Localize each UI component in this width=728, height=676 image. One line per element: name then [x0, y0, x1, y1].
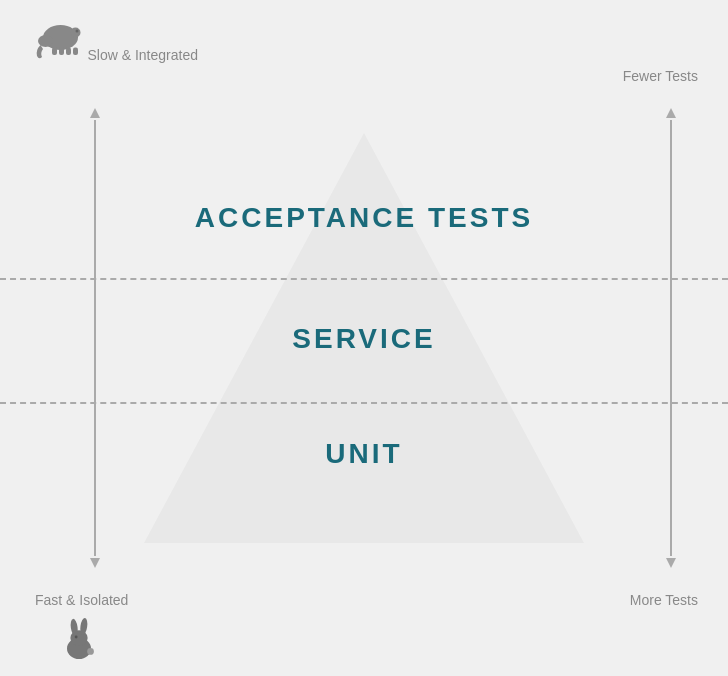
unit-text: UNIT — [325, 438, 402, 469]
service-text: SERVICE — [292, 323, 435, 354]
fewer-tests-label: Fewer Tests — [623, 68, 698, 84]
fast-isolated-text: Fast & Isolated — [35, 592, 128, 608]
main-container: Slow & Integrated Fewer Tests Fast & Iso… — [0, 0, 728, 676]
svg-rect-6 — [73, 48, 78, 56]
svg-rect-4 — [59, 48, 64, 56]
slow-integrated-label: Slow & Integrated — [33, 20, 198, 64]
arrow-down-right-icon — [666, 558, 676, 568]
svg-point-8 — [76, 30, 79, 33]
svg-rect-5 — [66, 48, 71, 56]
dashed-line-acceptance-service — [0, 278, 728, 280]
unit-label: UNIT — [325, 438, 402, 470]
arrow-line — [94, 120, 96, 556]
acceptance-tests-label: ACCEPTANCE TESTS — [195, 202, 533, 234]
rabbit-icon — [55, 614, 103, 662]
left-axis-arrow — [90, 108, 100, 568]
svg-rect-3 — [52, 48, 57, 56]
more-tests-text: More Tests — [630, 592, 698, 608]
svg-point-13 — [87, 648, 94, 655]
dashed-line-service-unit — [0, 402, 728, 404]
svg-point-14 — [75, 636, 78, 639]
slow-integrated-text: Slow & Integrated — [87, 47, 198, 63]
acceptance-tests-text: ACCEPTANCE TESTS — [195, 202, 533, 233]
rabbit-icon-wrapper — [55, 614, 103, 666]
arrow-down-icon — [90, 558, 100, 568]
fast-isolated-label: Fast & Isolated — [35, 592, 128, 608]
fewer-tests-text: Fewer Tests — [623, 68, 698, 84]
more-tests-label: More Tests — [630, 592, 698, 608]
service-label: SERVICE — [292, 323, 435, 355]
right-axis-arrow — [666, 108, 676, 568]
arrow-up-right-icon — [666, 108, 676, 118]
elephant-icon — [33, 20, 83, 60]
svg-point-2 — [38, 35, 53, 47]
arrow-up-icon — [90, 108, 100, 118]
svg-point-7 — [71, 28, 81, 38]
arrow-line-right — [670, 120, 672, 556]
